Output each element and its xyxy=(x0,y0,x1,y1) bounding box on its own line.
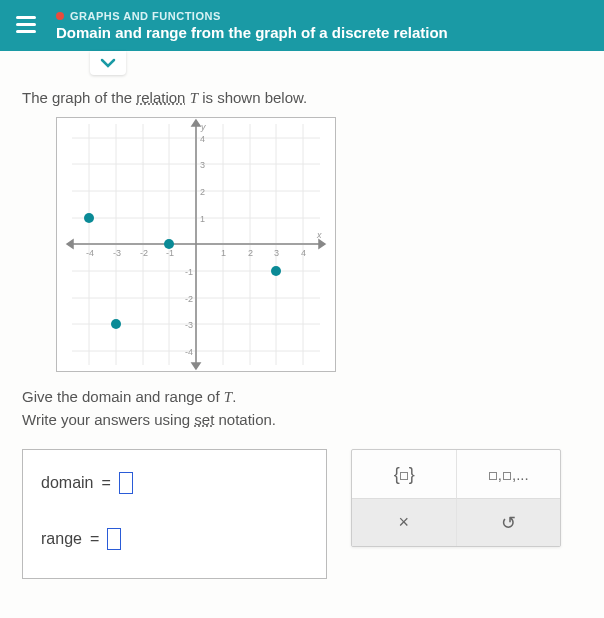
red-dot-icon xyxy=(56,12,64,20)
prompt-pre: The graph of the xyxy=(22,89,136,106)
y-tick: 2 xyxy=(200,187,205,197)
y-tick: 4 xyxy=(200,134,205,144)
x-tick: 2 xyxy=(248,248,253,258)
domain-label: domain xyxy=(41,474,93,492)
app-header: GRAPHS AND FUNCTIONS Domain and range fr… xyxy=(0,0,604,51)
graph-plot: -4 -3 -2 -1 1 2 3 4 4 3 2 1 -1 -2 -3 -4 … xyxy=(56,117,336,372)
instr-var: T xyxy=(224,389,232,405)
relation-term[interactable]: relation xyxy=(136,89,185,106)
data-point xyxy=(111,319,121,329)
category-text: GRAPHS AND FUNCTIONS xyxy=(70,10,221,22)
domain-row: domain = xyxy=(41,472,308,494)
close-icon: × xyxy=(398,512,409,533)
y-tick: -4 xyxy=(185,347,193,357)
y-tick: -2 xyxy=(185,294,193,304)
clear-button[interactable]: × xyxy=(352,498,457,546)
x-axis-label: x xyxy=(316,230,322,240)
range-row: range = xyxy=(41,528,308,550)
prompt-text: The graph of the relation T is shown bel… xyxy=(22,89,582,107)
prompt-var: T xyxy=(190,90,198,106)
instr2-post: notation. xyxy=(214,411,276,428)
prompt-post: is shown below. xyxy=(198,89,307,106)
instr-pre: Give the domain and range of xyxy=(22,388,224,405)
x-tick: 3 xyxy=(274,248,279,258)
page-title: Domain and range from the graph of a dis… xyxy=(56,24,588,41)
data-point xyxy=(271,266,281,276)
y-tick: -3 xyxy=(185,320,193,330)
undo-button[interactable]: ↺ xyxy=(457,498,561,546)
expand-tab[interactable] xyxy=(90,51,126,75)
instr2-pre: Write your answers using xyxy=(22,411,194,428)
x-tick: -2 xyxy=(140,248,148,258)
menu-icon[interactable] xyxy=(16,16,36,33)
set-braces-button[interactable]: {} xyxy=(352,450,457,498)
y-tick: -1 xyxy=(185,267,193,277)
set-term[interactable]: set xyxy=(194,411,214,428)
y-tick: 1 xyxy=(200,214,205,224)
equals-sign: = xyxy=(101,474,110,492)
x-tick: 4 xyxy=(301,248,306,258)
instructions: Give the domain and range of T. Write yo… xyxy=(22,386,582,431)
category-label: GRAPHS AND FUNCTIONS xyxy=(56,10,588,22)
content-area: The graph of the relation T is shown bel… xyxy=(0,75,604,593)
scatter-chart: -4 -3 -2 -1 1 2 3 4 4 3 2 1 -1 -2 -3 -4 … xyxy=(57,118,335,371)
x-tick: -4 xyxy=(86,248,94,258)
undo-icon: ↺ xyxy=(501,512,516,534)
instr-post: . xyxy=(232,388,236,405)
data-point xyxy=(164,239,174,249)
domain-input[interactable] xyxy=(119,472,133,494)
answer-box: domain = range = xyxy=(22,449,327,579)
range-input[interactable] xyxy=(107,528,121,550)
x-tick: 1 xyxy=(221,248,226,258)
chevron-down-icon xyxy=(100,58,116,68)
x-tick: -1 xyxy=(166,248,174,258)
x-tick: -3 xyxy=(113,248,121,258)
data-point xyxy=(84,213,94,223)
y-tick: 3 xyxy=(200,160,205,170)
list-button[interactable]: ,,... xyxy=(457,450,561,498)
y-axis-label: y xyxy=(200,122,206,132)
tool-panel: {} ,,... × ↺ xyxy=(351,449,561,547)
range-label: range xyxy=(41,530,82,548)
equals-sign: = xyxy=(90,530,99,548)
